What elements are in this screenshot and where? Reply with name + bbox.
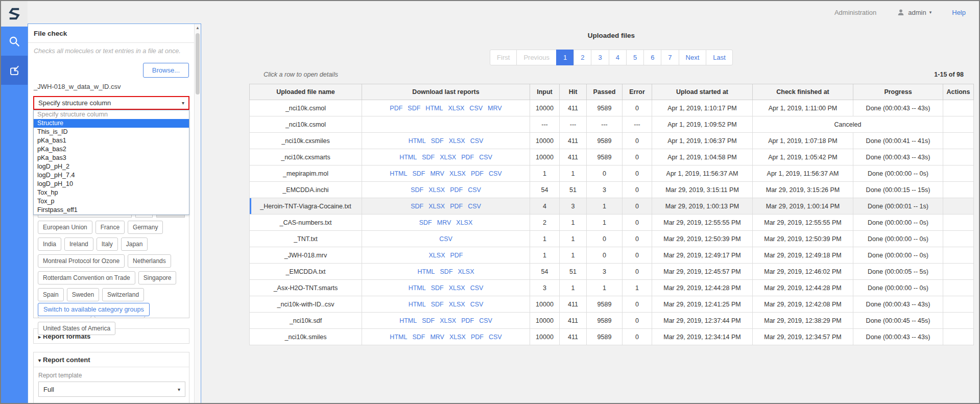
report-link-csv[interactable]: CSV	[489, 170, 502, 177]
browse-button[interactable]: Browse...	[143, 63, 189, 78]
report-link-xlsx[interactable]: XLSX	[448, 105, 464, 112]
search-icon[interactable]	[1, 27, 28, 56]
report-link-html[interactable]: HTML	[409, 137, 426, 145]
report-link-csv[interactable]: CSV	[470, 284, 484, 292]
page-4[interactable]: 4	[609, 50, 627, 65]
report-link-xlsx[interactable]: XLSX	[449, 301, 465, 308]
report-link-xlsx[interactable]: XLSX	[429, 252, 445, 259]
report-link-pdf[interactable]: PDF	[461, 154, 474, 161]
switch-category-groups-button[interactable]: Switch to available category groups	[38, 303, 150, 316]
report-link-pdf[interactable]: PDF	[450, 203, 463, 210]
report-link-xlsx[interactable]: XLSX	[428, 186, 445, 194]
structure-option-logd-ph-10[interactable]: logD_pH_10	[34, 180, 189, 188]
structure-option-pka-bas3[interactable]: pKa_bas3	[34, 154, 189, 162]
table-row-heroin-tnt-viagra-cocaine-txt[interactable]: _Heroin-TNT-Viagra-Cocaine.txtSDFXLSXPDF…	[250, 198, 974, 215]
report-link-xlsx[interactable]: XLSX	[449, 137, 465, 145]
page-2[interactable]: 2	[573, 50, 591, 65]
report-link-html[interactable]: HTML	[390, 170, 407, 177]
report-link-mrv[interactable]: MRV	[430, 334, 444, 341]
table-row-nci10k-csmol[interactable]: _nci10k.csmol------------Apr 1, 2019, 1:…	[250, 116, 974, 133]
scrollbar-thumb[interactable]	[196, 33, 200, 94]
structure-option-pka-bas2[interactable]: pKa_bas2	[34, 145, 189, 154]
report-link-sdf[interactable]: SDF	[440, 268, 453, 275]
report-link-sdf[interactable]: SDF	[422, 317, 435, 324]
table-row-jwh-018-mrv[interactable]: _JWH-018.mrvXLSXPDF1100Mar 29, 2019, 12:…	[250, 247, 974, 264]
panel-scrollbar[interactable]: ▲	[194, 24, 201, 404]
category-button-ireland[interactable]: Ireland	[64, 237, 93, 251]
report-link-pdf[interactable]: PDF	[471, 334, 484, 341]
table-row-cas-numbers-txt[interactable]: _CAS-numbers.txtSDFMRVXLSX2110Mar 29, 20…	[250, 215, 974, 231]
report-link-mrv[interactable]: MRV	[437, 219, 451, 226]
table-row-asx-h2o-tnt-smarts[interactable]: _Asx-H2O-TNT.smartsHTMLSDFXLSXCSV3111Mar…	[250, 280, 974, 296]
table-row-emcdda-inchi[interactable]: _EMCDDA.inchiSDFXLSXPDFCSV545130Mar 29, …	[250, 182, 974, 198]
report-link-xlsx[interactable]: XLSX	[428, 203, 445, 210]
report-link-xlsx[interactable]: XLSX	[456, 219, 472, 226]
report-link-sdf[interactable]: SDF	[408, 105, 420, 112]
report-link-xlsx[interactable]: XLSX	[440, 317, 456, 324]
report-link-xlsx[interactable]: XLSX	[449, 170, 466, 177]
report-link-html[interactable]: HTML	[409, 301, 426, 308]
report-link-pdf[interactable]: PDF	[390, 105, 402, 112]
page-3[interactable]: 3	[591, 50, 609, 65]
scroll-up-icon[interactable]: ▲	[195, 24, 201, 30]
page-6[interactable]: 6	[643, 50, 661, 65]
page-5[interactable]: 5	[626, 50, 644, 65]
table-row-emcdda-txt[interactable]: _EMCDDA.txtHTMLSDFXLSX545130Mar 29, 2019…	[250, 264, 974, 280]
report-link-mrv[interactable]: MRV	[430, 170, 444, 177]
structure-option-tox-p[interactable]: Tox_p	[34, 197, 189, 206]
category-button-germany[interactable]: Germany	[128, 221, 163, 234]
page-1[interactable]: 1	[556, 50, 574, 65]
page-7[interactable]: 7	[661, 50, 679, 65]
report-link-sdf[interactable]: SDF	[411, 203, 423, 210]
table-row-mepirapim-mol[interactable]: _mepirapim.molHTMLSDFMRVXLSXPDFCSV1100Ap…	[250, 165, 974, 182]
category-button-france[interactable]: France	[95, 221, 125, 234]
report-link-csv[interactable]: CSV	[470, 137, 484, 145]
report-link-csv[interactable]: CSV	[469, 105, 483, 112]
structure-option-tox-hp[interactable]: Tox_hp	[34, 188, 189, 197]
category-button-spain[interactable]: Spain	[38, 288, 64, 301]
category-button-montreal-protocol-for-ozone[interactable]: Montreal Protocol for Ozone	[38, 254, 125, 268]
report-link-xlsx[interactable]: XLSX	[449, 334, 466, 341]
page-next[interactable]: Next	[679, 50, 707, 65]
table-row-nci10k-sdf[interactable]: _nci10k.sdfHTMLSDFXLSXPDFCSV100004119589…	[250, 313, 974, 329]
file-check-icon[interactable]	[1, 56, 28, 85]
report-link-csv[interactable]: CSV	[468, 186, 481, 194]
table-row-nci10k-cxsmarts[interactable]: _nci10k.cxsmartsHTMLSDFXLSXPDFCSV1000041…	[250, 149, 974, 165]
report-link-html[interactable]: HTML	[418, 268, 435, 275]
report-link-xlsx[interactable]: XLSX	[449, 284, 465, 292]
category-button-netherlands[interactable]: Netherlands	[128, 254, 171, 268]
report-link-sdf[interactable]: SDF	[419, 219, 432, 226]
report-link-csv[interactable]: CSV	[470, 301, 484, 308]
report-link-csv[interactable]: CSV	[479, 154, 492, 161]
report-link-sdf[interactable]: SDF	[411, 186, 423, 194]
structure-option-logd-ph-2[interactable]: logD_pH_2	[34, 162, 189, 171]
table-row-nci10k-smiles[interactable]: _nci10k.smilesHTMLSDFMRVXLSXPDFCSV100004…	[250, 329, 974, 345]
structure-option-structure[interactable]: Structure	[34, 119, 189, 128]
category-button-switzerland[interactable]: Switzerland	[102, 288, 144, 301]
report-link-mrv[interactable]: MRV	[488, 105, 502, 112]
category-button-japan[interactable]: Japan	[121, 237, 148, 251]
report-link-sdf[interactable]: SDF	[422, 154, 435, 161]
structure-option-logd-ph-7-4[interactable]: logD_pH_7.4	[34, 171, 189, 180]
report-link-sdf[interactable]: SDF	[431, 301, 444, 308]
category-button-european-union[interactable]: European Union	[38, 221, 92, 234]
structure-option-pka-bas1[interactable]: pKa_bas1	[34, 136, 189, 145]
report-link-pdf[interactable]: PDF	[461, 317, 474, 324]
help-link[interactable]: Help	[952, 9, 966, 16]
report-link-csv[interactable]: CSV	[439, 235, 452, 243]
category-button-india[interactable]: India	[38, 237, 61, 251]
page-last[interactable]: Last	[706, 50, 733, 65]
report-link-csv[interactable]: CSV	[468, 203, 481, 210]
report-link-csv[interactable]: CSV	[489, 334, 502, 341]
structure-option-specify-structure-column[interactable]: Specify structure column	[34, 110, 189, 119]
report-link-sdf[interactable]: SDF	[412, 334, 425, 341]
report-template-select[interactable]: Full ▾	[38, 382, 185, 397]
report-link-html[interactable]: HTML	[425, 105, 443, 112]
report-link-html[interactable]: HTML	[399, 154, 417, 161]
category-button-rotterdam-convention-on-trade[interactable]: Rotterdam Convention on Trade	[38, 271, 135, 284]
table-row-nci10k-with-id-csv[interactable]: _nci10k-with-ID..csvHTMLSDFXLSXCSV100004…	[250, 296, 974, 313]
report-link-sdf[interactable]: SDF	[431, 284, 444, 292]
category-button-singapore[interactable]: Singapore	[138, 271, 177, 284]
report-link-sdf[interactable]: SDF	[412, 170, 425, 177]
category-button-sweden[interactable]: Sweden	[67, 288, 99, 301]
